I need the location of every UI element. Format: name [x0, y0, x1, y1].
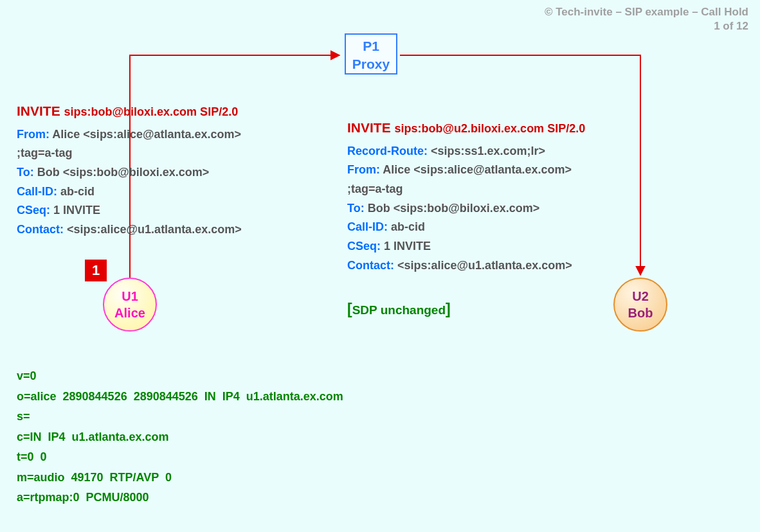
sip-header-value: <sips:ss1.ex.com;lr>: [431, 145, 545, 157]
sip-header-name: CSeq:: [347, 240, 384, 253]
sip-header-line: Record-Route: <sips:ss1.ex.com;lr>: [347, 142, 662, 161]
headers-left: From: Alice <sips:alice@atlanta.ex.com> …: [17, 125, 325, 240]
sip-header-value: ;tag=a-tag: [17, 146, 73, 159]
headers-right: Record-Route: <sips:ss1.ex.com;lr>From: …: [347, 142, 662, 276]
method-left: INVITE: [17, 103, 60, 118]
sip-header-name: Call-ID:: [17, 185, 60, 198]
sip-header-line: CSeq: 1 INVITE: [17, 201, 325, 220]
sip-header-name: From:: [17, 128, 52, 141]
sip-header-line: From: Alice <sips:alice@atlanta.ex.com>: [17, 125, 325, 145]
sip-header-name: Contact:: [347, 259, 397, 272]
sip-header-name: Call-ID:: [347, 220, 391, 233]
sip-header-name: CSeq:: [17, 204, 53, 217]
sip-header-value: ab-cid: [391, 220, 425, 233]
alice-node: U1 Alice: [103, 278, 157, 332]
sip-header-line: ;tag=a-tag: [17, 144, 325, 163]
sip-header-line: CSeq: 1 INVITE: [347, 237, 662, 256]
request-uri-right: sips:bob@u2.biloxi.ex.com SIP/2.0: [395, 122, 586, 135]
copyright-line1: © Tech-invite – SIP example – Call Hold: [545, 5, 748, 19]
sdp-body: v=0 o=alice 2890844526 2890844526 IN IP4…: [17, 366, 343, 508]
alice-line1: U1: [122, 288, 138, 305]
invite-request-line-right: INVITE sips:bob@u2.biloxi.ex.com SIP/2.0: [347, 117, 662, 139]
invite-request-line-left: INVITE sips:bob@biloxi.ex.com SIP/2.0: [17, 100, 325, 123]
proxy-node: P1 Proxy: [345, 33, 397, 75]
sip-header-line: Contact: <sips:alice@u1.atlanta.ex.com>: [347, 256, 662, 276]
sip-header-value: ab-cid: [60, 185, 95, 198]
sip-header-name: To:: [347, 202, 368, 215]
sip-header-value: <sips:alice@u1.atlanta.ex.com>: [67, 223, 242, 236]
copyright-line2: 1 of 12: [545, 19, 748, 33]
sip-header-value: Bob <sips:bob@biloxi.ex.com>: [368, 202, 540, 215]
sip-header-value: 1 INVITE: [384, 240, 431, 253]
alice-line2: Alice: [114, 305, 145, 321]
sip-header-line: To: Bob <sips:bob@biloxi.ex.com>: [347, 199, 662, 218]
step-badge: 1: [85, 260, 107, 281]
bob-node: U2 Bob: [613, 278, 667, 332]
sip-message-right: INVITE sips:bob@u2.biloxi.ex.com SIP/2.0…: [347, 117, 662, 275]
sip-header-line: To: Bob <sips:bob@biloxi.ex.com>: [17, 163, 325, 182]
sip-header-line: ;tag=a-tag: [347, 180, 662, 199]
bob-line1: U2: [632, 288, 649, 305]
bob-line2: Bob: [628, 305, 653, 321]
request-uri-left: sips:bob@biloxi.ex.com SIP/2.0: [64, 105, 239, 118]
sip-header-name: Contact:: [17, 223, 67, 236]
sip-header-value: Alice <sips:alice@atlanta.ex.com>: [383, 163, 572, 176]
sip-header-value: Alice <sips:alice@atlanta.ex.com>: [52, 128, 241, 141]
sdp-unchanged-note: [SDP unchanged]: [347, 301, 451, 318]
sip-message-left: INVITE sips:bob@biloxi.ex.com SIP/2.0 Fr…: [17, 100, 325, 240]
sip-header-value: Bob <sips:bob@biloxi.ex.com>: [37, 166, 210, 179]
sip-header-line: Call-ID: ab-cid: [17, 182, 325, 202]
sip-header-name: From:: [347, 163, 383, 176]
sip-header-line: Contact: <sips:alice@u1.atlanta.ex.com>: [17, 220, 325, 240]
sip-header-name: Record-Route:: [347, 145, 431, 157]
proxy-line1: P1: [346, 37, 396, 55]
sdp-unchanged-text: SDP unchanged: [352, 303, 446, 317]
sip-header-line: Call-ID: ab-cid: [347, 218, 662, 237]
copyright-text: © Tech-invite – SIP example – Call Hold …: [545, 5, 748, 33]
method-right: INVITE: [347, 120, 391, 135]
sip-header-value: 1 INVITE: [53, 204, 100, 217]
sip-header-name: To:: [17, 166, 37, 179]
sip-header-line: From: Alice <sips:alice@atlanta.ex.com>: [347, 161, 662, 180]
sip-header-value: ;tag=a-tag: [347, 182, 403, 195]
proxy-line2: Proxy: [346, 55, 396, 73]
sip-header-value: <sips:alice@u1.atlanta.ex.com>: [397, 259, 572, 272]
